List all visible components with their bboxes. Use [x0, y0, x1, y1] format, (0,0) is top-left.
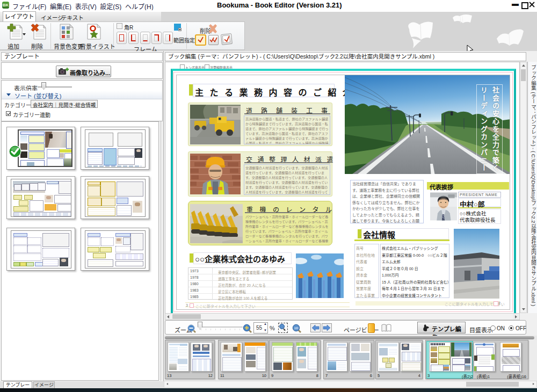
- svg-text:100: 100: [294, 327, 299, 330]
